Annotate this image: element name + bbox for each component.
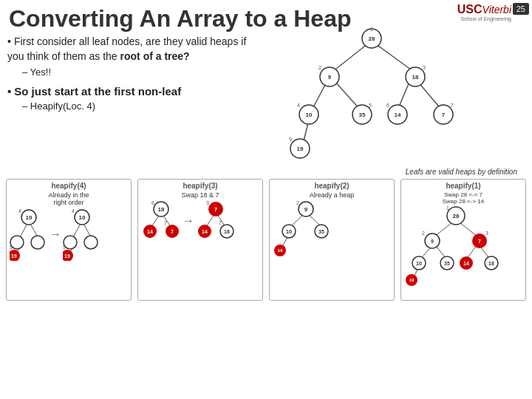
svg-text:14: 14 (147, 229, 153, 234)
svg-text:9: 9 (328, 74, 332, 81)
svg-text:7: 7 (164, 220, 167, 225)
bullet-2: •So just start at the first non-leaf (7, 83, 251, 99)
svg-text:10: 10 (26, 214, 33, 221)
svg-text:9: 9 (431, 239, 434, 244)
heapify-2-box: heapify(2) Already a heap 9 2 10 35 19 (269, 179, 395, 301)
svg-line-1 (375, 44, 414, 72)
bullet-2-sub: – Heapify(Loc. 4) (22, 100, 251, 112)
heap3-tree1: 18 6 14 7 7 (141, 200, 181, 241)
svg-text:10: 10 (306, 112, 313, 118)
svg-text:9: 9 (304, 206, 308, 213)
svg-text:3: 3 (485, 231, 488, 236)
svg-text:7: 7 (442, 112, 446, 118)
svg-text:10: 10 (79, 214, 86, 221)
svg-text:18: 18 (158, 206, 165, 213)
svg-text:5: 5 (369, 103, 372, 108)
bullet-1: •First consider all leaf nodes, are they… (7, 35, 251, 64)
heap4-tree1: 10 4 19 9 (10, 208, 48, 261)
svg-text:2: 2 (318, 65, 321, 70)
svg-text:6: 6 (386, 103, 389, 108)
heapify-3-box: heapify(3) Swap 18 & 7 18 6 14 7 7 → 7 (137, 179, 263, 301)
svg-text:28: 28 (453, 213, 460, 219)
leafs-note: Leafs are valid heaps by definition (259, 168, 525, 176)
svg-text:7: 7 (219, 220, 222, 225)
svg-text:35: 35 (359, 112, 366, 118)
bullet-1-sub: – Yes!! (22, 66, 251, 78)
usc-sub: School of Engineering (461, 16, 512, 21)
svg-text:19: 19 (297, 146, 304, 152)
svg-text:6: 6 (151, 200, 154, 205)
svg-text:4: 4 (72, 208, 75, 214)
heap1-tree: 28 1 9 2 7 3 10 35 14 18 19 (404, 206, 508, 295)
svg-text:35: 35 (444, 261, 450, 266)
svg-text:3: 3 (206, 200, 209, 205)
svg-text:2: 2 (422, 231, 425, 236)
svg-text:19: 19 (64, 253, 70, 259)
svg-text:7: 7 (214, 206, 218, 213)
svg-text:2: 2 (296, 200, 299, 205)
svg-line-0 (332, 44, 368, 72)
svg-text:9: 9 (63, 245, 66, 250)
svg-text:19: 19 (278, 248, 283, 253)
svg-point-38 (31, 236, 44, 249)
svg-text:14: 14 (202, 229, 208, 234)
svg-text:10: 10 (416, 261, 422, 266)
heap2-tree: 9 2 10 35 19 (273, 200, 339, 259)
svg-text:35: 35 (318, 229, 324, 234)
svg-text:19: 19 (11, 253, 17, 259)
svg-text:3: 3 (423, 65, 426, 70)
heapify-1-box: heapify(1) Swap 28 <-> 7 Swap 28 <-> 14 … (400, 179, 526, 301)
svg-text:4: 4 (297, 103, 300, 108)
svg-text:19: 19 (409, 278, 415, 282)
svg-text:14: 14 (395, 112, 401, 118)
main-tree: 28 1 9 2 18 3 10 4 35 5 14 6 7 7 (259, 27, 466, 168)
svg-text:7: 7 (451, 103, 454, 108)
heapify-4-box: heapify(4) Already in the right order 10… (6, 179, 132, 301)
slide-number: 25 (513, 3, 529, 15)
svg-text:18: 18 (488, 261, 494, 266)
svg-text:1: 1 (446, 206, 449, 211)
svg-text:7: 7 (171, 229, 174, 234)
svg-text:28: 28 (369, 35, 375, 42)
svg-text:18: 18 (224, 229, 230, 234)
svg-text:4: 4 (18, 208, 21, 214)
svg-text:14: 14 (463, 261, 469, 266)
svg-text:18: 18 (412, 74, 419, 81)
svg-text:1: 1 (370, 27, 373, 32)
svg-text:10: 10 (286, 229, 292, 234)
svg-point-49 (84, 236, 98, 249)
heap3-tree2: 7 3 14 18 7 (196, 200, 236, 241)
svg-text:9: 9 (10, 245, 13, 250)
heap4-tree2: 10 4 19 9 (63, 208, 101, 261)
svg-text:7: 7 (478, 239, 481, 244)
svg-text:9: 9 (289, 137, 292, 142)
usc-logo: USCViterbi (457, 3, 511, 16)
